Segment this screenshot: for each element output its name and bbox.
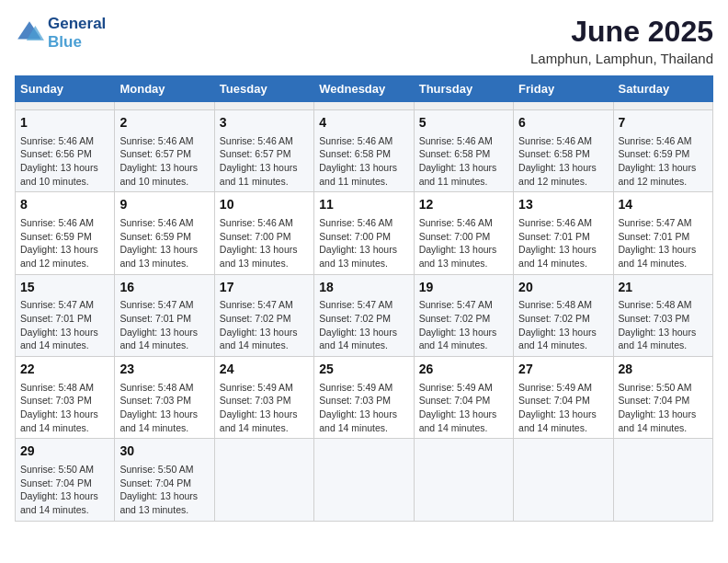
day-info: and 11 minutes. (419, 175, 508, 189)
day-info: and 14 minutes. (319, 421, 408, 435)
day-info: Sunrise: 5:46 AM (20, 134, 109, 148)
logo-icon (15, 18, 44, 48)
day-info: Sunset: 6:59 PM (619, 147, 708, 161)
day-info: Daylight: 13 hours (119, 489, 209, 503)
calendar-cell: 26Sunrise: 5:49 AMSunset: 7:04 PMDayligh… (414, 357, 513, 439)
day-info: Sunset: 7:00 PM (419, 230, 508, 244)
day-info: Sunset: 6:57 PM (220, 147, 309, 161)
day-info: Sunset: 7:03 PM (119, 394, 209, 408)
day-info: Sunrise: 5:46 AM (319, 216, 408, 230)
day-info: Sunset: 7:04 PM (518, 394, 608, 408)
day-info: and 14 minutes. (220, 421, 309, 435)
title-area: June 2025 Lamphun, Lamphun, Thailand (530, 15, 713, 66)
logo: General Blue (15, 15, 106, 51)
day-info: Sunset: 7:02 PM (419, 312, 508, 326)
day-info: Daylight: 13 hours (619, 326, 708, 339)
day-info: Sunrise: 5:47 AM (119, 298, 209, 312)
day-info: and 10 minutes. (20, 175, 109, 189)
day-info: Sunset: 6:58 PM (319, 147, 408, 161)
day-number: 18 (319, 279, 408, 297)
calendar-cell: 4Sunrise: 5:46 AMSunset: 6:58 PMDaylight… (314, 110, 414, 192)
day-number: 15 (20, 279, 109, 297)
day-info: Daylight: 13 hours (419, 408, 508, 421)
day-info: Sunset: 7:04 PM (419, 394, 508, 408)
calendar-cell: 5Sunrise: 5:46 AMSunset: 6:58 PMDaylight… (414, 110, 513, 192)
day-info: Sunrise: 5:46 AM (419, 216, 508, 230)
day-info: Daylight: 13 hours (518, 326, 608, 339)
calendar-cell: 10Sunrise: 5:46 AMSunset: 7:00 PMDayligh… (214, 192, 313, 274)
day-info: Sunrise: 5:46 AM (619, 134, 708, 148)
day-info: and 12 minutes. (20, 257, 109, 270)
day-info: Sunrise: 5:49 AM (419, 381, 508, 395)
day-info: and 14 minutes. (619, 421, 708, 435)
day-info: Daylight: 13 hours (220, 408, 309, 421)
day-info: Sunset: 7:02 PM (319, 312, 408, 326)
day-info: Sunset: 7:01 PM (119, 312, 209, 326)
day-number: 9 (119, 196, 209, 214)
calendar-cell: 12Sunrise: 5:46 AMSunset: 7:00 PMDayligh… (414, 192, 513, 274)
day-info: Sunrise: 5:46 AM (319, 134, 408, 148)
day-info: Daylight: 13 hours (119, 326, 209, 339)
day-info: Daylight: 13 hours (20, 489, 109, 503)
day-info: and 12 minutes. (619, 175, 708, 189)
day-info: Sunset: 7:00 PM (220, 230, 309, 244)
weekday-header-tuesday: Tuesday (214, 76, 313, 102)
day-info: Sunrise: 5:49 AM (319, 381, 408, 395)
day-info: and 14 minutes. (20, 503, 109, 517)
day-info: Sunset: 7:00 PM (319, 230, 408, 244)
day-info: Sunrise: 5:46 AM (119, 134, 209, 148)
calendar-cell: 21Sunrise: 5:48 AMSunset: 7:03 PMDayligh… (613, 274, 712, 356)
day-info: and 13 minutes. (119, 257, 209, 270)
day-info: Sunrise: 5:46 AM (220, 134, 309, 148)
weekday-header-sunday: Sunday (16, 76, 115, 102)
calendar-cell: 27Sunrise: 5:49 AMSunset: 7:04 PMDayligh… (514, 357, 613, 439)
day-info: Daylight: 13 hours (220, 326, 309, 339)
day-info: and 14 minutes. (119, 421, 209, 435)
day-number: 19 (419, 279, 508, 297)
day-info: Sunrise: 5:48 AM (518, 298, 608, 312)
day-info: and 11 minutes. (220, 175, 309, 189)
day-info: Sunrise: 5:47 AM (20, 298, 109, 312)
day-info: and 14 minutes. (518, 421, 608, 435)
day-info: Sunset: 6:58 PM (419, 147, 508, 161)
calendar-cell: 14Sunrise: 5:47 AMSunset: 7:01 PMDayligh… (613, 192, 712, 274)
day-info: Sunset: 6:58 PM (518, 147, 608, 161)
day-info: Daylight: 13 hours (518, 161, 608, 175)
day-info: Sunset: 7:04 PM (119, 477, 209, 490)
day-info: Daylight: 13 hours (119, 161, 209, 175)
day-info: Sunrise: 5:46 AM (119, 216, 209, 230)
day-info: and 10 minutes. (119, 175, 209, 189)
day-info: Sunrise: 5:46 AM (518, 216, 608, 230)
day-info: Sunrise: 5:48 AM (20, 381, 109, 395)
day-info: Sunset: 7:01 PM (518, 230, 608, 244)
day-info: Sunrise: 5:50 AM (619, 381, 708, 395)
calendar-cell (414, 439, 513, 521)
weekday-header-saturday: Saturday (613, 76, 712, 102)
day-info: and 14 minutes. (220, 339, 309, 352)
calendar-cell: 25Sunrise: 5:49 AMSunset: 7:03 PMDayligh… (314, 357, 414, 439)
day-info: Daylight: 13 hours (419, 326, 508, 339)
day-info: Sunrise: 5:49 AM (220, 381, 309, 395)
day-info: Sunrise: 5:50 AM (20, 463, 109, 477)
day-info: Daylight: 13 hours (220, 243, 309, 257)
calendar-cell (214, 439, 313, 521)
day-info: Sunset: 7:04 PM (20, 477, 109, 490)
day-number: 20 (518, 279, 608, 297)
week-row-5: 29Sunrise: 5:50 AMSunset: 7:04 PMDayligh… (16, 439, 713, 521)
day-info: Daylight: 13 hours (619, 408, 708, 421)
month-title: June 2025 (530, 15, 713, 49)
week-row-2: 8Sunrise: 5:46 AMSunset: 6:59 PMDaylight… (16, 192, 713, 274)
day-info: Daylight: 13 hours (119, 408, 209, 421)
calendar-cell: 1Sunrise: 5:46 AMSunset: 6:56 PMDaylight… (16, 110, 115, 192)
week-row-1: 1Sunrise: 5:46 AMSunset: 6:56 PMDaylight… (16, 110, 713, 192)
day-info: Sunset: 6:57 PM (119, 147, 209, 161)
calendar-cell: 29Sunrise: 5:50 AMSunset: 7:04 PMDayligh… (16, 439, 115, 521)
day-number: 23 (119, 361, 209, 379)
day-info: Sunrise: 5:50 AM (119, 463, 209, 477)
day-number: 14 (619, 196, 708, 214)
day-info: and 14 minutes. (119, 339, 209, 352)
calendar-cell (514, 439, 613, 521)
day-info: and 14 minutes. (619, 339, 708, 352)
logo-line2: Blue (48, 33, 106, 52)
calendar-cell: 11Sunrise: 5:46 AMSunset: 7:00 PMDayligh… (314, 192, 414, 274)
